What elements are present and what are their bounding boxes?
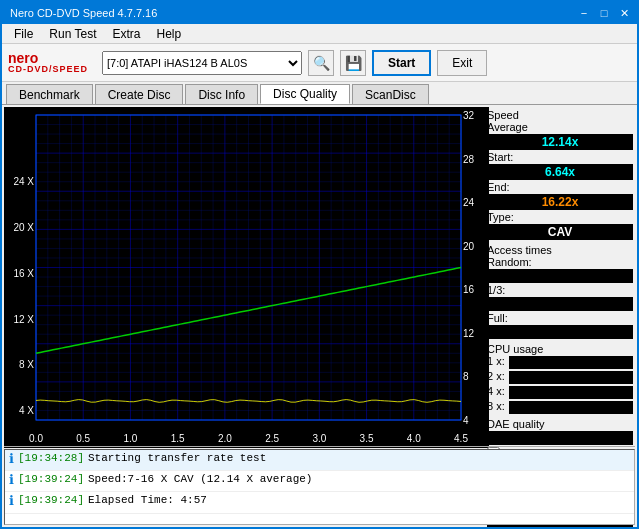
tab-disc-info[interactable]: Disc Info	[185, 84, 258, 104]
app-window: Nero CD-DVD Speed 4.7.7.16 − □ ✕ File Ru…	[0, 0, 639, 529]
full-value	[487, 325, 633, 339]
start-button[interactable]: Start	[372, 50, 431, 76]
cpu-1x-label: 1 x:	[487, 355, 505, 370]
cpu-4x-label: 4 x:	[487, 385, 505, 400]
cpu-section: CPU usage 1 x: 2 x: 4 x: 8 x:	[487, 343, 633, 415]
log-text-1: Speed:7-16 X CAV (12.14 X average)	[88, 472, 312, 487]
type-label: Type:	[487, 211, 633, 223]
right-panel: Speed Average 12.14x Start: 6.64x End: 1…	[487, 105, 637, 446]
toolbar: nero CD-DVD/SPEED [7:0] ATAPI iHAS124 B …	[2, 44, 637, 82]
cpu-4x-row: 4 x:	[487, 385, 633, 400]
cd-dvd-speed-text: CD-DVD/SPEED	[8, 65, 88, 74]
window-controls: − □ ✕	[575, 5, 633, 21]
tabs-bar: Benchmark Create Disc Disc Info Disc Qua…	[2, 82, 637, 105]
access-times-title: Access times	[487, 244, 633, 256]
cpu-1x-value	[509, 356, 633, 369]
toolbar-arrow-button[interactable]: 🔍	[308, 50, 334, 76]
dae-value	[487, 431, 633, 445]
one-third-label: 1/3:	[487, 284, 633, 296]
minimize-button[interactable]: −	[575, 5, 593, 21]
cpu-title: CPU usage	[487, 343, 633, 355]
average-label: Average	[487, 121, 633, 133]
tab-create-disc[interactable]: Create Disc	[95, 84, 184, 104]
menu-file[interactable]: File	[6, 24, 41, 43]
divider	[4, 446, 635, 447]
log-row-1: ℹ [19:39:24] Speed:7-16 X CAV (12.14 X a…	[5, 471, 634, 492]
start-label: Start:	[487, 151, 633, 163]
speed-title: Speed	[487, 109, 633, 121]
tab-disc-quality[interactable]: Disc Quality	[260, 84, 350, 104]
toolbar-save-button[interactable]: 💾	[340, 50, 366, 76]
chart-panel-area: Speed Average 12.14x Start: 6.64x End: 1…	[2, 105, 637, 446]
titlebar: Nero CD-DVD Speed 4.7.7.16 − □ ✕	[2, 2, 637, 24]
device-select[interactable]: [7:0] ATAPI iHAS124 B AL0S	[102, 51, 302, 75]
tab-scan-disc[interactable]: ScanDisc	[352, 84, 429, 104]
menu-run-test[interactable]: Run Test	[41, 24, 104, 43]
menu-extra[interactable]: Extra	[104, 24, 148, 43]
tab-benchmark[interactable]: Benchmark	[6, 84, 93, 104]
log-timestamp-1: [19:39:24]	[18, 472, 84, 487]
one-third-value	[487, 297, 633, 311]
cpu-2x-row: 2 x:	[487, 370, 633, 385]
full-label: Full:	[487, 312, 633, 324]
log-row-0: ℹ [19:34:28] Starting transfer rate test	[5, 450, 634, 471]
cpu-2x-label: 2 x:	[487, 370, 505, 385]
start-value: 6.64x	[487, 164, 633, 180]
log-row-2: ℹ [19:39:24] Elapsed Time: 4:57	[5, 492, 634, 513]
chart-wrapper	[2, 105, 487, 446]
nero-text: nero	[8, 51, 88, 65]
random-value	[487, 269, 633, 283]
log-timestamp-0: [19:34:28]	[18, 451, 84, 466]
menu-help[interactable]: Help	[149, 24, 190, 43]
maximize-button[interactable]: □	[595, 5, 613, 21]
log-icon-2: ℹ	[9, 493, 14, 511]
dae-title: DAE quality	[487, 418, 633, 430]
log-timestamp-2: [19:39:24]	[18, 493, 84, 508]
cpu-8x-label: 8 x:	[487, 400, 505, 415]
log-text-0: Starting transfer rate test	[88, 451, 266, 466]
exit-button[interactable]: Exit	[437, 50, 487, 76]
end-value: 16.22x	[487, 194, 633, 210]
average-value: 12.14x	[487, 134, 633, 150]
cpu-1x-row: 1 x:	[487, 355, 633, 370]
log-icon-1: ℹ	[9, 472, 14, 490]
random-label: Random:	[487, 256, 633, 268]
cpu-8x-value	[509, 401, 633, 414]
cpu-8x-row: 8 x:	[487, 400, 633, 415]
speed-chart	[4, 107, 489, 448]
nero-logo: nero CD-DVD/SPEED	[8, 51, 88, 74]
window-title: Nero CD-DVD Speed 4.7.7.16	[6, 7, 157, 19]
end-label: End:	[487, 181, 633, 193]
log-text-2: Elapsed Time: 4:57	[88, 493, 207, 508]
speed-section: Speed Average 12.14x Start: 6.64x End: 1…	[487, 109, 633, 241]
cpu-2x-value	[509, 371, 633, 384]
type-value: CAV	[487, 224, 633, 240]
menubar: File Run Test Extra Help	[2, 24, 637, 44]
log-area: ℹ [19:34:28] Starting transfer rate test…	[4, 449, 635, 525]
access-times-section: Access times Random: 1/3: Full:	[487, 244, 633, 340]
content-area: Speed Average 12.14x Start: 6.64x End: 1…	[2, 105, 637, 527]
log-icon-0: ℹ	[9, 451, 14, 469]
cpu-4x-value	[509, 386, 633, 399]
close-button[interactable]: ✕	[615, 5, 633, 21]
